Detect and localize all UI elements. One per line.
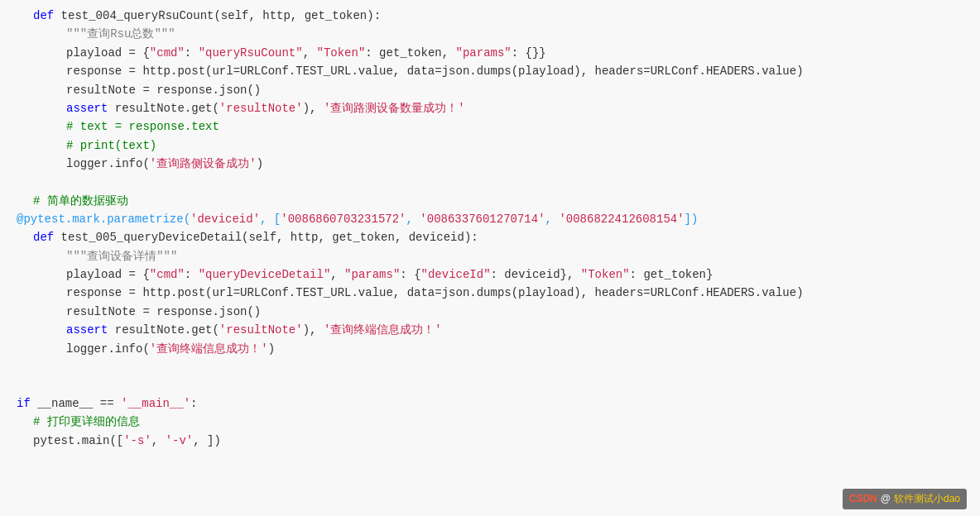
code-text: # 简单的数据驱动 <box>33 192 128 210</box>
code-text: '查询路侧设备成功' <box>150 155 257 173</box>
code-text: ) <box>268 340 275 358</box>
code-text: "deviceId" <box>421 265 491 284</box>
code-line: # 简单的数据驱动 <box>0 192 980 210</box>
code-text: playload = { <box>66 265 150 284</box>
code-text: , <box>545 210 560 228</box>
code-line: logger.info('查询终端信息成功！') <box>0 340 980 358</box>
code-text: "Token" <box>581 265 630 284</box>
code-line: assert resultNote.get('resultNote'), '查询… <box>0 321 980 339</box>
code-text: , ]) <box>193 432 221 450</box>
assert-keyword: assert <box>66 99 115 117</box>
code-line: """查询Rsu总数""" <box>0 25 980 43</box>
code-text: "queryDeviceDetail" <box>199 265 331 284</box>
keyword: if <box>17 394 37 413</box>
code-line: resultNote = response.json() <box>0 81 980 99</box>
code-text: : get_token} <box>630 265 713 284</box>
code-text: , <box>330 265 344 284</box>
code-line-empty <box>0 174 980 192</box>
code-text: response = http.post(url=URLConf.TEST_UR… <box>66 62 804 80</box>
code-line: pytest.main(['-s', '-v', ]) <box>0 432 980 450</box>
code-text: '查询终端信息成功！' <box>324 321 442 339</box>
code-text: "queryRsuCount" <box>199 44 303 62</box>
code-text: : <box>185 44 199 62</box>
code-text: logger.info( <box>66 155 150 173</box>
code-line: playload = {"cmd": "queryRsuCount", "Tok… <box>0 44 980 62</box>
code-line: """查询设备详情""" <box>0 247 980 265</box>
code-text: '-s' <box>123 432 151 450</box>
code-text: '0086337601270714' <box>420 210 545 228</box>
code-text: : { <box>400 265 420 284</box>
code-line: resultNote = response.json() <box>0 303 980 321</box>
code-text: # 打印更详细的信息 <box>33 413 140 431</box>
code-line: @pytest.mark.parametrize('deviceid', ['0… <box>0 210 980 228</box>
code-text: "Token" <box>317 44 366 62</box>
code-text: resultNote = response.json() <box>66 81 261 99</box>
code-text: '查询路测设备数量成功！' <box>324 99 465 117</box>
keyword: def <box>33 7 61 25</box>
code-text: pytest.main([ <box>33 432 123 450</box>
code-text: resultNote.get( <box>115 99 219 117</box>
code-line: response = http.post(url=URLConf.TEST_UR… <box>0 62 980 80</box>
code-text: playload = { <box>66 44 150 62</box>
watermark-username: 软件测试小dao <box>894 491 960 507</box>
code-text: '__main__' <box>121 394 190 413</box>
code-text: resultNote.get( <box>115 321 219 339</box>
code-text: logger.info( <box>66 340 150 358</box>
code-text: """查询 <box>66 25 110 43</box>
code-line: logger.info('查询路侧设备成功') <box>0 155 980 173</box>
code-text: Rsu <box>110 25 131 43</box>
code-line: response = http.post(url=URLConf.TEST_UR… <box>0 284 980 302</box>
code-text: __name__ == <box>37 394 121 413</box>
watermark-csdn: CSDN <box>849 491 877 507</box>
code-text: : get_token, <box>365 44 455 62</box>
code-text: , <box>303 44 317 62</box>
code-text: "params" <box>456 44 512 62</box>
code-text: ), <box>303 99 324 117</box>
code-text: 'resultNote' <box>219 99 303 117</box>
code-text: test_004_queryRsuCount(self, http, get_t… <box>61 7 381 25</box>
code-text: "cmd" <box>150 44 185 62</box>
code-text: 'deviceid' <box>190 210 260 228</box>
code-line: playload = {"cmd": "queryDeviceDetail", … <box>0 265 980 284</box>
code-text: 总数""" <box>131 25 175 43</box>
code-area: def test_004_queryRsuCount(self, http, g… <box>0 0 980 516</box>
code-text: ]) <box>685 210 699 228</box>
code-line: # text = response.text <box>0 117 980 136</box>
code-text: test_005_queryDeviceDetail(self, http, g… <box>61 228 478 246</box>
code-text: # text = response.text <box>66 117 219 136</box>
code-text: ), <box>303 321 324 339</box>
code-line: def test_004_queryRsuCount(self, http, g… <box>0 7 980 25</box>
code-text: """查询设备详情""" <box>66 247 177 265</box>
code-text: "params" <box>344 265 400 284</box>
code-text: @pytest.mark.parametrize( <box>17 210 190 228</box>
code-text: 'resultNote' <box>219 321 303 339</box>
code-text: '0086860703231572' <box>281 210 406 228</box>
code-text: '-v' <box>166 432 194 450</box>
code-text: : <box>185 265 199 284</box>
code-text: response = http.post(url=URLConf.TEST_UR… <box>66 284 804 302</box>
code-text: resultNote = response.json() <box>66 303 261 321</box>
code-text: , <box>406 210 420 228</box>
assert-keyword: assert <box>66 321 115 339</box>
watermark: CSDN @ 软件测试小dao <box>843 489 967 509</box>
code-text: : {}} <box>512 44 546 62</box>
code-text: '0086822412608154' <box>559 210 684 228</box>
code-line: assert resultNote.get('resultNote'), '查询… <box>0 99 980 117</box>
code-text: '查询终端信息成功！' <box>150 340 268 358</box>
code-line: # print(text) <box>0 136 980 155</box>
code-text: : <box>190 394 197 413</box>
code-line: # 打印更详细的信息 <box>0 413 980 431</box>
code-text: : deviceid}, <box>491 265 581 284</box>
watermark-at: @ <box>881 491 891 507</box>
code-text: , [ <box>260 210 281 228</box>
code-text: ) <box>257 155 263 173</box>
code-line-empty <box>0 376 980 394</box>
keyword: def <box>33 228 61 246</box>
code-text: # print(text) <box>66 136 156 155</box>
code-line: if __name__ == '__main__': <box>0 394 980 413</box>
code-line: def test_005_queryDeviceDetail(self, htt… <box>0 228 980 246</box>
code-line-empty <box>0 358 980 376</box>
code-text: "cmd" <box>150 265 185 284</box>
code-text: , <box>151 432 166 450</box>
